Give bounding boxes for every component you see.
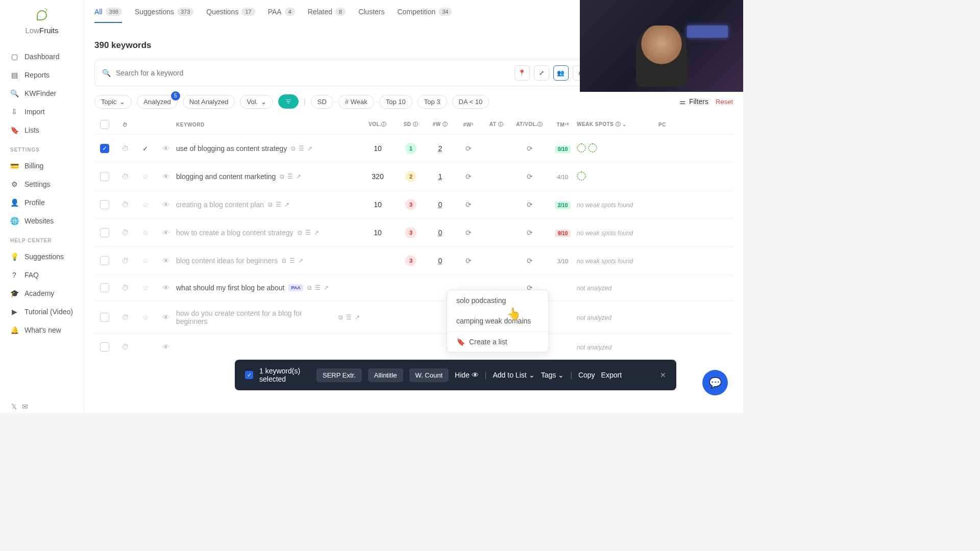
filter-not-analyzed[interactable]: Not Analyzed [183, 95, 235, 109]
twitter-icon[interactable]: 𝕏 [11, 403, 17, 411]
list-icon[interactable]: ☰ [305, 229, 311, 236]
filter-da[interactable]: DA < 10 [452, 95, 489, 109]
tab-related[interactable]: Related8 [308, 8, 346, 23]
w-value[interactable]: 2 [438, 144, 443, 153]
nav-settings[interactable]: ⚙Settings [0, 175, 84, 193]
eye-icon[interactable]: 👁 [162, 144, 169, 153]
list-icon[interactable]: ☰ [346, 314, 352, 321]
keyword-text[interactable]: use of blogging as content strategy ⧉☰↗ [176, 144, 360, 153]
external-icon[interactable]: ↗ [355, 314, 360, 321]
nav-faq[interactable]: ?FAQ [0, 266, 84, 284]
filter-analyzed[interactable]: Analyzed5 [137, 95, 177, 109]
eye-icon[interactable]: 👁 [162, 201, 169, 209]
refresh-icon[interactable]: ⟳ [465, 229, 472, 237]
nav-dashboard[interactable]: ▢Dashboard [0, 47, 84, 66]
list-icon[interactable]: ☰ [287, 173, 293, 180]
clock-icon[interactable]: ⏱ [121, 343, 129, 351]
refresh-icon[interactable]: ⟳ [465, 172, 472, 181]
keyword-text[interactable]: how do you create content for a blog for… [176, 309, 360, 325]
filter-topic[interactable]: Topic⌄ [94, 95, 132, 109]
col-atvol[interactable]: AT/VOL. [516, 121, 537, 127]
nav-tutorial[interactable]: ▶Tutorial (Video) [0, 303, 84, 321]
w-value[interactable]: 0 [438, 257, 443, 265]
nav-whatsnew[interactable]: 🔔What's new [0, 321, 84, 339]
copy-icon[interactable]: ⧉ [338, 314, 343, 321]
refresh-icon[interactable]: ⟳ [465, 144, 472, 153]
close-button[interactable]: ✕ [660, 371, 666, 379]
people-button[interactable]: 👥 [553, 65, 569, 81]
nav-import[interactable]: ⇩Import [0, 103, 84, 121]
keyword-text[interactable]: what should my first blog be about PAA ⧉… [176, 284, 360, 292]
eye-icon[interactable]: 👁 [162, 313, 169, 321]
eye-icon[interactable]: 👁 [162, 229, 169, 237]
w-value[interactable]: 0 [438, 229, 443, 237]
external-icon[interactable]: ↗ [296, 173, 301, 180]
tab-clusters[interactable]: Clusters [358, 8, 384, 23]
copy-icon[interactable]: ⧉ [268, 201, 273, 208]
search-input[interactable] [116, 69, 509, 77]
star-icon[interactable]: ☆ [142, 172, 149, 181]
keyword-text[interactable]: creating a blog content plan ⧉☰↗ [176, 201, 360, 209]
reset-button[interactable]: Reset [716, 98, 733, 106]
nav-suggestions[interactable]: 💡Suggestions [0, 247, 84, 266]
nav-academy[interactable]: 🎓Academy [0, 284, 84, 303]
star-icon[interactable]: ☆ [142, 201, 149, 209]
refresh-icon[interactable]: ⟳ [465, 201, 472, 209]
row-checkbox[interactable] [100, 256, 109, 265]
nav-websites[interactable]: 🌐Websites [0, 212, 84, 230]
select-all-checkbox[interactable] [100, 120, 109, 129]
col-w3[interactable]: #W³ [463, 122, 474, 128]
refresh-icon[interactable]: ⟳ [527, 144, 533, 153]
clock-icon[interactable]: ⏱ [121, 201, 129, 209]
refresh-icon[interactable]: ⟳ [465, 257, 472, 265]
clock-icon[interactable]: ⏱ [121, 257, 129, 265]
mail-icon[interactable]: ✉ [22, 403, 28, 411]
collapse-button[interactable]: ⤢ [534, 65, 549, 81]
col-sd[interactable]: SD [404, 121, 411, 127]
row-checkbox[interactable] [100, 172, 109, 181]
col-ws[interactable]: WEAK SPOTS [577, 121, 614, 127]
col-keyword[interactable]: KEYWORD [176, 122, 360, 128]
tab-paa[interactable]: PAA4 [268, 8, 295, 23]
copy-icon[interactable]: ⧉ [298, 229, 302, 236]
w-value[interactable]: 1 [438, 172, 443, 181]
location-button[interactable]: 📍 [514, 65, 530, 81]
external-icon[interactable]: ↗ [284, 201, 289, 208]
col-pc[interactable]: PC [658, 122, 666, 128]
row-checkbox[interactable] [100, 342, 109, 352]
eye-icon[interactable]: 👁 [162, 257, 169, 265]
nav-lists[interactable]: 🔖Lists [0, 121, 84, 139]
col-at[interactable]: AT [489, 121, 497, 127]
list-icon[interactable]: ☰ [289, 257, 295, 264]
copy-button[interactable]: Copy [578, 371, 595, 379]
list-option-solo[interactable]: solo podcasting [447, 290, 548, 311]
chat-widget[interactable]: 💬 [702, 370, 728, 395]
selection-checkbox[interactable]: ✓ [245, 371, 253, 379]
refresh-icon[interactable]: ⟳ [527, 201, 533, 209]
row-checkbox[interactable]: ✓ [100, 144, 109, 153]
copy-icon[interactable]: ⧉ [282, 257, 286, 264]
eye-icon[interactable]: 👁 [162, 284, 169, 292]
col-tm[interactable]: TM¹⁰ [557, 122, 569, 128]
clock-icon[interactable]: ⏱ [121, 229, 129, 237]
tab-competition[interactable]: Competition34 [398, 8, 452, 23]
external-icon[interactable]: ↗ [324, 284, 329, 291]
nav-profile[interactable]: 👤Profile [0, 193, 84, 212]
row-checkbox[interactable] [100, 283, 109, 292]
copy-icon[interactable]: ⧉ [307, 284, 312, 291]
list-icon[interactable]: ☰ [315, 284, 321, 291]
star-icon[interactable]: ☆ [142, 313, 149, 321]
col-vol[interactable]: VOL. [369, 121, 381, 127]
add-to-list-button[interactable]: Add to List⌄ [493, 371, 535, 379]
list-icon[interactable]: ☰ [276, 201, 281, 208]
row-checkbox[interactable] [100, 228, 109, 237]
refresh-icon[interactable]: ⟳ [527, 229, 533, 237]
refresh-icon[interactable]: ⟳ [527, 257, 533, 265]
filter-active-icon[interactable] [278, 94, 299, 109]
allintitle-button[interactable]: Allintitle [368, 368, 403, 382]
nav-reports[interactable]: ▤Reports [0, 66, 84, 84]
filter-top10[interactable]: Top 10 [379, 95, 412, 109]
col-w[interactable]: #W [433, 121, 441, 127]
filter-vol[interactable]: Vol.⌄ [240, 95, 273, 109]
filter-top3[interactable]: Top 3 [418, 95, 447, 109]
